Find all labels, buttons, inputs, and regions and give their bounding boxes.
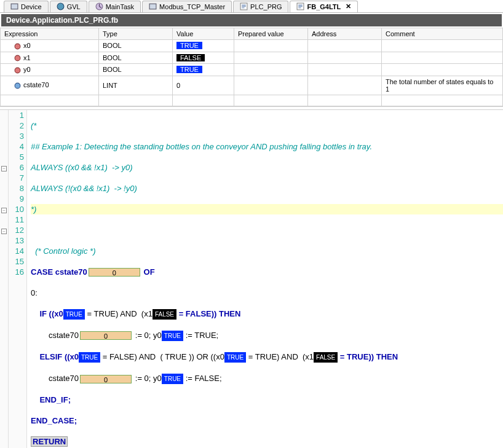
inline-value[interactable]: 0 xyxy=(80,331,132,340)
tab-label: MainTask xyxy=(106,3,134,10)
tab-maintask[interactable]: MainTask xyxy=(89,1,141,12)
col-comment[interactable]: Comment xyxy=(382,28,503,40)
tab-plcprg[interactable]: PLC_PRG xyxy=(233,1,288,12)
tab-label: GVL xyxy=(67,3,81,10)
prg-icon xyxy=(296,2,304,10)
inline-value: TRUE xyxy=(224,352,246,363)
code-editor[interactable]: − − − 12345678 910111213141516 (* ## Exa… xyxy=(0,110,503,448)
fold-toggle-icon[interactable]: − xyxy=(1,208,7,213)
var-type: LINT xyxy=(99,76,173,95)
code-text: OF xyxy=(141,267,155,277)
var-value[interactable]: 0 xyxy=(173,76,234,95)
var-icon xyxy=(14,82,21,89)
code-text: ## Example 1: Detecting the standing bot… xyxy=(31,142,372,151)
tab-label: Device xyxy=(21,3,42,10)
var-value[interactable]: FALSE xyxy=(176,54,205,61)
code-area[interactable]: (* ## Example 1: Detecting the standing … xyxy=(27,110,503,448)
prg-icon xyxy=(240,2,248,10)
variable-grid: Expression Type Value Prepared value Add… xyxy=(0,28,503,106)
device-icon xyxy=(149,2,157,10)
fold-gutter[interactable]: − − − xyxy=(0,110,9,448)
code-text: = TRUE) AND (x1 xyxy=(85,309,152,318)
code-text: IF ((x0 xyxy=(31,309,63,318)
var-row[interactable]: x0 BOOL TRUE xyxy=(1,40,503,52)
col-type[interactable]: Type xyxy=(99,28,173,40)
svg-rect-3 xyxy=(149,4,156,9)
inline-value: FALSE xyxy=(152,309,176,320)
code-text: = TRUE) AND (x1 xyxy=(246,352,314,361)
fold-toggle-icon[interactable]: − xyxy=(1,229,7,234)
tab-fbg4ltl[interactable]: FB_G4LTL ✕ xyxy=(290,1,358,12)
var-type: BOOL xyxy=(99,64,173,76)
inline-value: TRUE xyxy=(162,374,183,384)
close-icon[interactable]: ✕ xyxy=(346,2,351,10)
col-expression[interactable]: Expression xyxy=(1,28,99,40)
code-text: END_CASE; xyxy=(31,416,77,425)
tab-gvl[interactable]: GVL xyxy=(50,1,87,12)
inline-value[interactable]: 0 xyxy=(89,268,140,277)
inline-value[interactable]: 0 xyxy=(80,375,132,383)
task-icon xyxy=(95,2,103,10)
code-text: ELSIF ((x0 xyxy=(31,352,79,361)
var-comment: The total number of states equals to 1 xyxy=(382,76,503,95)
var-type: BOOL xyxy=(99,40,173,52)
tab-strip: Device GVL MainTask Modbus_TCP_Master PL… xyxy=(0,0,503,13)
var-row[interactable]: x1 BOOL FALSE xyxy=(1,52,503,64)
inline-value: FALSE xyxy=(314,352,338,363)
fold-toggle-icon[interactable]: − xyxy=(1,166,7,171)
code-text: := 0; y0 xyxy=(133,331,162,340)
code-text: (* xyxy=(31,121,36,130)
var-row[interactable]: y0 BOOL TRUE xyxy=(1,64,503,76)
var-value[interactable]: TRUE xyxy=(176,66,202,73)
tab-device[interactable]: Device xyxy=(4,1,49,12)
code-text: = TRUE)) THEN xyxy=(338,352,398,361)
var-icon xyxy=(14,43,21,50)
code-text: = FALSE) AND ( TRUE )) OR ((x0 xyxy=(100,352,224,361)
svg-rect-0 xyxy=(11,4,18,9)
tab-label: Modbus_TCP_Master xyxy=(159,3,225,10)
var-comment xyxy=(382,64,503,76)
code-text: cstate70 xyxy=(31,374,79,383)
code-text: := FALSE; xyxy=(183,374,222,383)
svg-point-8 xyxy=(15,68,20,73)
var-name: x0 xyxy=(23,42,31,49)
code-text: 0: xyxy=(31,288,38,297)
tab-label: FB_G4LTL xyxy=(307,3,341,10)
code-text: CASE cstate70 xyxy=(31,267,87,277)
inline-value: TRUE xyxy=(162,331,183,341)
breadcrumb-bar: Device.Application.PLC_PRG.fb xyxy=(0,13,503,28)
col-prepared[interactable]: Prepared value xyxy=(234,28,308,40)
var-icon xyxy=(14,55,21,61)
line-number-gutter: 12345678 910111213141516 xyxy=(9,110,27,448)
col-value[interactable]: Value xyxy=(173,28,234,40)
var-row-empty xyxy=(1,95,503,106)
var-icon xyxy=(14,67,21,74)
tab-modbus[interactable]: Modbus_TCP_Master xyxy=(142,1,232,12)
return-marker: RETURN xyxy=(31,436,68,447)
globe-icon xyxy=(57,2,65,10)
var-comment xyxy=(382,40,503,52)
svg-point-6 xyxy=(15,44,20,49)
code-text: ALWAYS ((x0 && !x1) -> y0) xyxy=(31,163,133,172)
var-type: BOOL xyxy=(99,52,173,64)
code-text: cstate70 xyxy=(31,331,79,340)
svg-point-9 xyxy=(15,83,20,88)
inline-value: TRUE xyxy=(79,352,100,363)
device-icon xyxy=(10,2,18,10)
code-text: (* Control logic *) xyxy=(31,246,95,256)
svg-point-7 xyxy=(15,55,20,61)
var-comment xyxy=(382,52,503,64)
code-text: := 0; y0 xyxy=(133,374,162,383)
code-text: END_IF; xyxy=(31,395,71,404)
var-name: x1 xyxy=(23,54,31,61)
breadcrumb: Device.Application.PLC_PRG.fb xyxy=(1,14,502,26)
var-name: cstate70 xyxy=(23,81,49,88)
inline-value: TRUE xyxy=(63,309,85,320)
code-text: *) xyxy=(31,205,36,214)
svg-point-1 xyxy=(57,3,64,10)
var-row[interactable]: cstate70 LINT 0 The total number of stat… xyxy=(1,76,503,95)
code-text: ALWAYS (!(x0 && !x1) -> !y0) xyxy=(31,184,137,193)
col-address[interactable]: Address xyxy=(308,28,382,40)
var-value[interactable]: TRUE xyxy=(176,42,202,49)
tab-label: PLC_PRG xyxy=(250,3,282,10)
